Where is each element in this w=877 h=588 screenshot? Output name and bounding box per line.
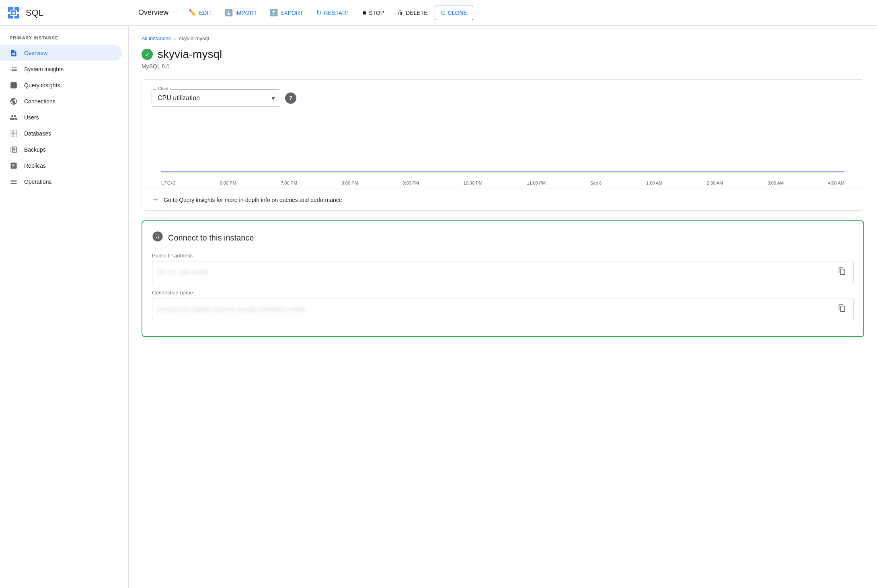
chart-section: Chart CPU utilization Storage Memory uti… xyxy=(142,80,864,189)
time-label: 6:00 PM xyxy=(220,181,236,185)
query-insights-icon xyxy=(10,81,18,89)
sidebar-item-users[interactable]: Users xyxy=(0,109,122,125)
sidebar-item-operations[interactable]: Operations xyxy=(0,174,122,190)
sidebar-item-label: Operations xyxy=(24,179,51,185)
connect-header: Connect to this instance xyxy=(152,231,854,245)
sidebar-item-label: Overview xyxy=(24,50,47,56)
time-label: 7:00 PM xyxy=(281,181,297,185)
export-icon: ⬆️ xyxy=(270,9,278,16)
public-ip-value: 34 12 159 2048 xyxy=(158,269,833,275)
sidebar-item-connections[interactable]: Connections xyxy=(0,93,122,109)
top-bar-actions: Overview ✏️ EDIT ⬇️ IMPORT ⬆️ EXPORT ↻ R… xyxy=(135,6,871,20)
chart-select[interactable]: CPU utilization Storage Memory utilizati… xyxy=(152,90,273,106)
edit-button[interactable]: ✏️ EDIT xyxy=(183,6,218,20)
app-logo xyxy=(6,6,21,20)
instance-status-icon: ✓ xyxy=(142,49,153,60)
chart-controls: Chart CPU utilization Storage Memory uti… xyxy=(152,89,854,107)
query-insights-link-text: Go to Query insights for more in-depth i… xyxy=(164,197,342,203)
chart-area: UTC+3 6:00 PM 7:00 PM 8:00 PM 9:00 PM 10… xyxy=(161,116,844,189)
app-title: SQL xyxy=(26,8,43,18)
sidebar-item-databases[interactable]: Databases xyxy=(0,125,122,142)
restart-button[interactable]: ↻ RESTART xyxy=(310,6,355,20)
time-label: Sep 6 xyxy=(590,181,602,185)
public-ip-section: Public IP address 34 12 159 2048 xyxy=(152,253,854,283)
databases-icon xyxy=(10,130,18,138)
body-layout: PRIMARY INSTANCE Overview System insight… xyxy=(0,26,877,588)
users-icon xyxy=(10,113,18,121)
breadcrumb-parent[interactable]: All instances xyxy=(142,35,171,41)
stop-icon: ■ xyxy=(362,9,366,16)
sidebar-section-label: PRIMARY INSTANCE xyxy=(0,32,128,45)
connections-icon xyxy=(10,97,18,105)
sidebar: PRIMARY INSTANCE Overview System insight… xyxy=(0,26,129,588)
sidebar-item-label: System insights xyxy=(24,66,64,72)
sidebar-item-overview[interactable]: Overview xyxy=(0,45,122,61)
copy-ip-button[interactable] xyxy=(836,265,848,279)
chart-select-container: Chart CPU utilization Storage Memory uti… xyxy=(152,89,296,107)
backups-icon xyxy=(10,146,18,154)
time-label: 2:00 AM xyxy=(707,181,723,185)
time-label: 4:00 AM xyxy=(828,181,844,185)
sidebar-item-label: Query insights xyxy=(24,82,60,88)
chart-select-wrapper: Chart CPU utilization Storage Memory uti… xyxy=(152,89,280,107)
breadcrumb-separator: › xyxy=(174,35,176,41)
stop-button[interactable]: ■ STOP xyxy=(357,6,390,20)
query-insights-link[interactable]: → Go to Query insights for more in-depth… xyxy=(142,189,864,210)
instance-version: MySQL 8.0 xyxy=(142,63,864,70)
delete-button[interactable]: 🗑 DELETE xyxy=(391,6,433,20)
replicas-icon xyxy=(10,162,18,170)
time-label: 8:00 PM xyxy=(342,181,358,185)
instance-header: ✓ skyvia-mysql xyxy=(142,48,864,61)
time-label: 11:00 PM xyxy=(527,181,546,185)
sidebar-item-backups[interactable]: Backups xyxy=(0,142,122,158)
connect-card: Connect to this instance Public IP addre… xyxy=(142,220,864,337)
chart-card: Chart CPU utilization Storage Memory uti… xyxy=(142,79,864,211)
sidebar-item-system-insights[interactable]: System insights xyxy=(0,61,122,77)
connection-name-label: Connection name xyxy=(152,290,854,296)
chart-time-labels: UTC+3 6:00 PM 7:00 PM 8:00 PM 9:00 PM 10… xyxy=(161,177,844,189)
breadcrumb-current: skyvia-mysql xyxy=(179,35,209,41)
app-header: SQL xyxy=(6,6,135,20)
system-insights-icon xyxy=(10,65,18,73)
chart-fieldset-label: Chart xyxy=(156,86,170,91)
restart-icon: ↻ xyxy=(316,9,321,16)
overview-icon xyxy=(10,49,18,57)
connect-title: Connect to this instance xyxy=(168,233,254,243)
time-label: UTC+3 xyxy=(161,181,175,185)
sidebar-item-query-insights[interactable]: Query insights xyxy=(0,77,122,93)
chart-help-button[interactable]: ? xyxy=(285,93,296,104)
import-button[interactable]: ⬇️ IMPORT xyxy=(219,6,263,20)
time-label: 1:00 AM xyxy=(646,181,662,185)
copy-connection-button[interactable] xyxy=(836,302,848,316)
arrow-right-icon: → xyxy=(152,195,159,204)
chart-svg xyxy=(161,116,844,173)
clone-icon: ⧉ xyxy=(441,9,445,16)
time-label: 9:00 PM xyxy=(403,181,419,185)
operations-icon xyxy=(10,178,18,186)
clone-button[interactable]: ⧉ CLONE xyxy=(435,6,473,20)
time-label: 3:00 AM xyxy=(768,181,784,185)
edit-icon: ✏️ xyxy=(189,9,197,16)
connect-icon xyxy=(152,231,163,245)
top-bar: SQL Overview ✏️ EDIT ⬇️ IMPORT ⬆️ EXPORT… xyxy=(0,0,877,26)
sidebar-item-replicas[interactable]: Replicas xyxy=(0,158,122,174)
page-overview-label: Overview xyxy=(135,8,172,17)
instance-name: skyvia-mysql xyxy=(158,48,222,61)
sidebar-item-label: Backups xyxy=(24,146,46,153)
public-ip-label: Public IP address xyxy=(152,253,854,259)
sidebar-item-label: Connections xyxy=(24,98,55,105)
connection-name-field: project-id:region:skyvia-mysql-instance-… xyxy=(152,298,854,320)
sidebar-item-label: Databases xyxy=(24,130,51,137)
import-icon: ⬇️ xyxy=(225,9,233,16)
delete-icon: 🗑 xyxy=(397,9,403,16)
connection-name-section: Connection name project-id:region:skyvia… xyxy=(152,290,854,320)
connection-name-value: project-id:region:skyvia-mysql-instance-… xyxy=(158,306,833,313)
public-ip-field: 34 12 159 2048 xyxy=(152,261,854,283)
main-content: All instances › skyvia-mysql ✓ skyvia-my… xyxy=(129,26,877,588)
sidebar-item-label: Replicas xyxy=(24,162,46,169)
breadcrumb: All instances › skyvia-mysql xyxy=(142,35,864,41)
sidebar-item-label: Users xyxy=(24,114,39,121)
export-button[interactable]: ⬆️ EXPORT xyxy=(264,6,309,20)
svg-rect-6 xyxy=(12,12,15,14)
time-label: 10:00 PM xyxy=(464,181,483,185)
